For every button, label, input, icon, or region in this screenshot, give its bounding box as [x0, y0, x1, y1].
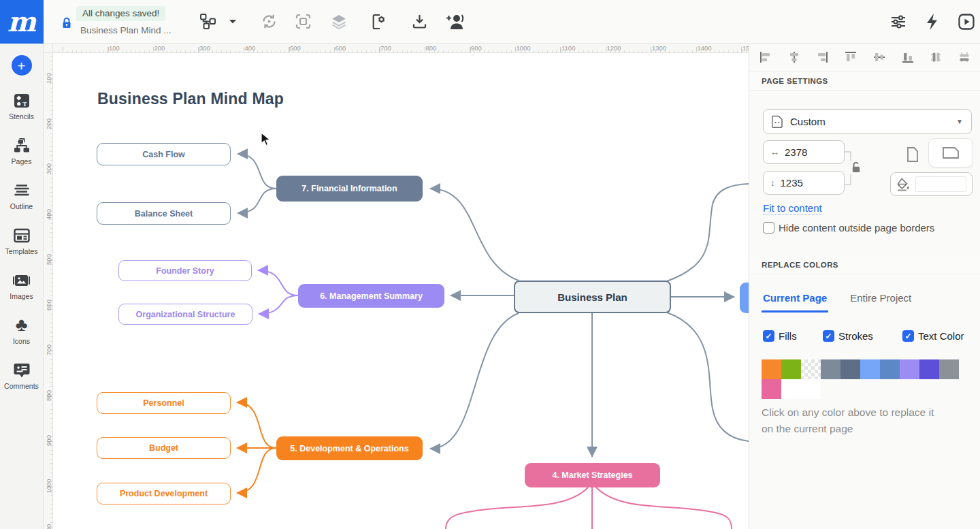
node-market-strategies[interactable]: 4. Market Strategies	[525, 463, 660, 487]
document-title[interactable]: Business Plan Mind ...	[80, 25, 172, 35]
align-center-h-icon[interactable]	[787, 50, 801, 64]
h-ruler-label: 1000	[517, 44, 531, 52]
vertical-ruler: 10020030040050060070080090010001100	[44, 53, 53, 529]
page-height-field[interactable]: ↕	[763, 171, 845, 195]
color-swatch[interactable]	[762, 359, 781, 379]
page-height-input[interactable]	[781, 177, 828, 189]
color-swatch[interactable]	[762, 379, 781, 399]
node-business-plan[interactable]: Business Plan	[514, 280, 671, 313]
download-icon[interactable]	[410, 12, 429, 31]
color-swatch[interactable]	[900, 359, 919, 379]
page-width-field[interactable]: ↔	[763, 140, 845, 164]
sidebar-item-templates[interactable]: Templates	[0, 226, 44, 255]
checkbox-icon[interactable]: ✓	[823, 330, 834, 342]
h-ruler-label: 400	[245, 44, 256, 52]
hint-line-2: on the current page	[762, 421, 966, 437]
sidebar-item-label: Pages	[12, 157, 32, 165]
color-swatch[interactable]	[801, 379, 821, 399]
checkbox-icon[interactable]: ✓	[902, 330, 914, 342]
v-ruler-label: 1100	[45, 524, 52, 529]
align-top-icon[interactable]	[844, 50, 858, 64]
color-swatch[interactable]	[939, 359, 959, 379]
node-organizational-structure[interactable]: Organizational Structure	[118, 304, 252, 325]
fit-view-icon[interactable]	[294, 12, 312, 31]
bolt-icon[interactable]	[923, 12, 941, 31]
sidebar-item-label: Comments	[4, 382, 39, 390]
orientation-portrait-button[interactable]	[900, 142, 925, 167]
sidebar-item-comments[interactable]: Comments	[0, 361, 44, 390]
h-ruler-label: 1300	[652, 44, 666, 52]
node-cash-flow[interactable]: Cash Flow	[97, 143, 231, 165]
fit-to-content-link[interactable]: Fit to content	[763, 202, 822, 215]
chevron-down-icon: ▼	[956, 118, 963, 125]
page-fill-swatch[interactable]	[915, 176, 966, 192]
node-budget[interactable]: Budget	[97, 437, 231, 459]
color-swatch[interactable]	[821, 359, 840, 379]
h-ruler-label: 700	[380, 44, 391, 52]
align-toolbar	[749, 44, 980, 71]
caret-down-icon[interactable]	[227, 12, 238, 31]
tab-current-page[interactable]: Current Page	[762, 288, 828, 312]
images-icon	[12, 271, 31, 289]
page-width-input[interactable]	[785, 146, 832, 158]
node-financial-information[interactable]: 7. Financial Information	[276, 176, 423, 202]
color-swatch[interactable]	[781, 379, 801, 399]
stencils-icon: T	[12, 91, 31, 110]
color-swatch[interactable]	[860, 359, 880, 379]
node-balance-sheet[interactable]: Balance Sheet	[97, 202, 231, 225]
node-development-operations[interactable]: 5. Development & Operations	[276, 436, 423, 460]
tune-icon[interactable]	[889, 12, 907, 31]
add-icon[interactable]: +	[12, 55, 32, 76]
canvas[interactable]: Business Plan Mind Map Cash Flow Balance…	[44, 44, 749, 529]
node-founder-story[interactable]: Founder Story	[118, 260, 252, 281]
preview-icon[interactable]	[957, 12, 975, 31]
aspect-lock-icon[interactable]	[849, 161, 863, 174]
h-ruler-label: 1500	[742, 44, 749, 52]
hide-content-checkbox[interactable]: Hide content outside page borders	[763, 222, 967, 234]
sidebar-item-stencils[interactable]: T Stencils	[0, 91, 44, 121]
h-ruler-label: 200	[154, 44, 165, 52]
checkbox-icon[interactable]: ✓	[763, 330, 774, 342]
app-logo[interactable]: m	[0, 0, 44, 44]
mindmap-title[interactable]: Business Plan Mind Map	[97, 90, 284, 108]
layers-icon[interactable]	[329, 12, 348, 31]
color-swatch[interactable]	[880, 359, 900, 379]
h-ruler-label: 900	[471, 44, 482, 52]
sync-icon[interactable]	[260, 12, 278, 31]
page-preset-dropdown[interactable]: Custom ▼	[763, 109, 972, 134]
color-swatch[interactable]	[840, 359, 860, 379]
checkbox-icon[interactable]	[763, 222, 774, 234]
tab-entire-project[interactable]: Entire Project	[849, 288, 913, 312]
align-right-icon[interactable]	[815, 50, 829, 64]
sidebar-item-pages[interactable]: Pages	[0, 136, 44, 165]
page-fill-control[interactable]	[890, 172, 973, 196]
color-swatch[interactable]	[919, 359, 939, 379]
node-clipped-right[interactable]	[740, 283, 749, 313]
sidebar-item-images[interactable]: Images	[0, 271, 44, 300]
text-color-checkbox[interactable]: ✓ Text Color	[902, 330, 964, 342]
align-left-icon[interactable]	[759, 50, 772, 64]
node-product-development[interactable]: Product Development	[97, 483, 231, 504]
invite-user-icon[interactable]	[444, 12, 466, 31]
sidebar-item-icons[interactable]: ♣ Icons	[0, 316, 44, 345]
align-middle-v-icon[interactable]	[872, 50, 886, 64]
color-swatch[interactable]	[781, 359, 801, 379]
node-personnel[interactable]: Personnel	[97, 392, 231, 414]
lock-icon[interactable]	[57, 14, 76, 32]
connector-tool-icon[interactable]	[199, 12, 217, 31]
pages-icon	[12, 136, 31, 155]
distribute-v-icon[interactable]	[958, 50, 971, 64]
sidebar-item-outline[interactable]: Outline	[0, 181, 44, 210]
node-management-summary[interactable]: 6. Management Summary	[298, 284, 444, 308]
v-ruler-label: 800	[45, 390, 52, 401]
orientation-landscape-button[interactable]	[928, 138, 973, 167]
export-settings-icon[interactable]	[370, 12, 388, 31]
page-settings-header: PAGE SETTINGS	[749, 71, 980, 91]
align-bottom-icon[interactable]	[901, 50, 915, 64]
strokes-checkbox[interactable]: ✓ Strokes	[823, 330, 873, 342]
color-swatch[interactable]	[801, 359, 821, 379]
text-color-label: Text Color	[918, 330, 964, 342]
v-ruler-label: 600	[45, 300, 52, 310]
fills-checkbox[interactable]: ✓ Fills	[763, 330, 797, 342]
distribute-h-icon[interactable]	[929, 50, 943, 64]
